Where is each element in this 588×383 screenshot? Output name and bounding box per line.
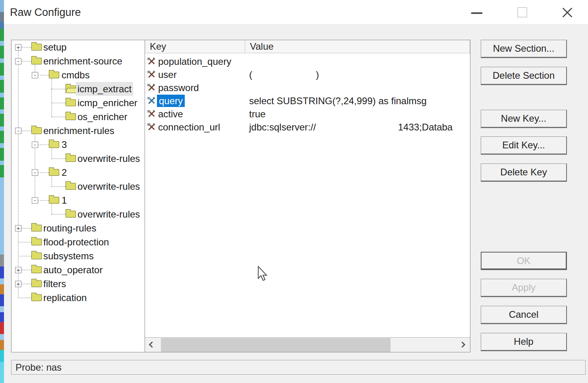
collapse-minus-icon[interactable]: - bbox=[15, 58, 21, 64]
key-tools-icon bbox=[147, 96, 156, 105]
delete-key-button[interactable]: Delete Key bbox=[481, 163, 567, 182]
edit-key-button[interactable]: Edit Key... bbox=[481, 136, 567, 155]
edge-artifact-strip bbox=[0, 0, 4, 383]
folder-icon bbox=[66, 99, 76, 106]
tree-item-flood-protection[interactable]: flood-protection bbox=[12, 235, 154, 249]
tree-item-setup[interactable]: +setup bbox=[12, 40, 154, 54]
table-row-password[interactable]: password bbox=[145, 81, 470, 94]
probe-status-label: Probe: nas bbox=[15, 360, 62, 374]
key-tools-icon bbox=[147, 57, 156, 66]
folder-icon bbox=[66, 183, 76, 190]
list-header: Key Value bbox=[145, 40, 470, 53]
column-header-key[interactable]: Key bbox=[145, 40, 245, 53]
tree-item-cmdbs[interactable]: -cmdbs bbox=[12, 68, 154, 82]
scroll-right-icon[interactable] bbox=[459, 342, 466, 348]
tree-item-rule-1[interactable]: -1 bbox=[12, 193, 154, 207]
folder-icon bbox=[49, 72, 59, 78]
minimize-icon bbox=[471, 12, 482, 14]
tree-item-icmp-enricher[interactable]: icmp_enricher bbox=[12, 96, 154, 110]
key-value-list: Key Value population_query user ( ) bbox=[145, 40, 470, 352]
folder-icon bbox=[49, 169, 59, 176]
window-title: Raw Configure bbox=[10, 0, 81, 25]
tree-item-rule-2[interactable]: -2 bbox=[12, 165, 154, 179]
key-tools-icon bbox=[147, 122, 156, 131]
column-header-value[interactable]: Value bbox=[245, 40, 470, 53]
mouse-cursor bbox=[257, 266, 269, 282]
maximize-button[interactable] bbox=[511, 0, 533, 25]
apply-button: Apply bbox=[481, 279, 567, 297]
collapse-minus-icon[interactable]: - bbox=[32, 197, 38, 204]
key-tools-icon bbox=[147, 109, 156, 118]
expand-plus-icon[interactable]: + bbox=[15, 281, 21, 287]
folder-icon bbox=[31, 253, 42, 259]
collapse-minus-icon[interactable]: - bbox=[32, 169, 38, 176]
ok-button: OK bbox=[481, 252, 567, 270]
scrollbar-thumb[interactable] bbox=[161, 338, 391, 352]
folder-icon bbox=[66, 211, 76, 218]
folder-icon bbox=[49, 197, 59, 204]
collapse-minus-icon[interactable]: - bbox=[32, 142, 38, 148]
tree-item-overwrite-rules-2[interactable]: overwrite-rules bbox=[12, 179, 154, 193]
minimize-button[interactable] bbox=[466, 0, 488, 25]
key-tools-icon bbox=[147, 83, 156, 92]
title-bar: Raw Configure bbox=[0, 0, 588, 25]
expand-plus-icon[interactable]: + bbox=[15, 44, 21, 51]
key-tools-icon bbox=[147, 70, 156, 79]
tree-item-enrichment-source[interactable]: -enrichment-source bbox=[12, 54, 154, 68]
folder-icon bbox=[31, 280, 42, 287]
section-tree: +setup -enrichment-source -cmdbs icmp_ex… bbox=[11, 40, 154, 352]
horizontal-scrollbar[interactable] bbox=[145, 337, 470, 352]
folder-icon bbox=[31, 266, 42, 273]
expand-plus-icon[interactable]: + bbox=[15, 267, 21, 273]
new-key-button[interactable]: New Key... bbox=[481, 110, 567, 128]
folder-icon bbox=[31, 294, 42, 301]
tree-item-replication[interactable]: replication bbox=[12, 291, 154, 305]
dialog-body: +setup -enrichment-source -cmdbs icmp_ex… bbox=[0, 25, 588, 383]
tree-item-overwrite-rules-1[interactable]: overwrite-rules bbox=[12, 207, 154, 221]
tree-item-rule-3[interactable]: -3 bbox=[12, 138, 154, 152]
table-row-active[interactable]: active true bbox=[145, 107, 470, 121]
help-button[interactable]: Help bbox=[481, 333, 567, 351]
collapse-minus-icon[interactable]: - bbox=[15, 128, 21, 134]
folder-icon bbox=[31, 127, 42, 134]
folder-icon bbox=[31, 225, 42, 231]
folder-icon bbox=[66, 113, 76, 120]
table-row-connection-url[interactable]: connection_url jdbc:sqlserver:// 1433;Da… bbox=[145, 121, 470, 134]
raw-configure-dialog: Raw Configure +setup -enrichment-source … bbox=[0, 0, 588, 383]
maximize-icon bbox=[517, 7, 527, 17]
tree-item-icmp-extract[interactable]: icmp_extract bbox=[12, 82, 154, 96]
cancel-button[interactable]: Cancel bbox=[481, 306, 567, 324]
folder-icon bbox=[66, 155, 76, 162]
folder-icon bbox=[31, 58, 42, 64]
tree-item-overwrite-rules-3[interactable]: overwrite-rules bbox=[12, 152, 154, 165]
folder-icon bbox=[49, 141, 59, 148]
tree-item-enrichment-rules[interactable]: -enrichment-rules bbox=[12, 124, 154, 138]
delete-section-button[interactable]: Delete Section bbox=[481, 67, 567, 85]
tree-item-os-enricher[interactable]: os_enricher bbox=[12, 110, 154, 124]
folder-icon bbox=[31, 44, 42, 51]
tree-item-subsystems[interactable]: subsystems bbox=[12, 249, 154, 263]
table-row-user[interactable]: user ( ) bbox=[145, 68, 470, 81]
table-row-query-selected[interactable]: query select SUBSTRING(?,24,999) as fina… bbox=[145, 94, 470, 107]
status-bar: Probe: nas bbox=[11, 360, 586, 375]
table-row-population-query[interactable]: population_query bbox=[145, 55, 470, 68]
close-button[interactable] bbox=[555, 0, 578, 25]
tree-item-filters[interactable]: +filters bbox=[12, 277, 154, 291]
open-folder-icon bbox=[66, 86, 76, 92]
expand-plus-icon[interactable]: + bbox=[15, 225, 21, 231]
tree-item-routing-rules[interactable]: +routing-rules bbox=[12, 221, 154, 235]
new-section-button[interactable]: New Section... bbox=[481, 40, 567, 58]
collapse-minus-icon[interactable]: - bbox=[32, 72, 38, 78]
scroll-left-icon[interactable] bbox=[149, 342, 155, 348]
tree-item-auto-operator[interactable]: +auto_operator bbox=[12, 263, 154, 277]
folder-icon bbox=[31, 239, 42, 245]
